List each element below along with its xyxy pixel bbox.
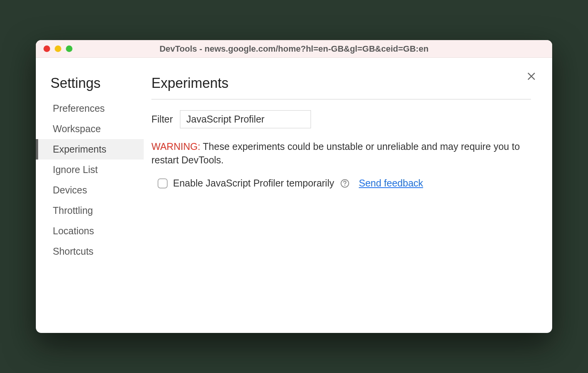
sidebar-item-locations[interactable]: Locations (36, 221, 144, 241)
sidebar-items: Preferences Workspace Experiments Ignore… (36, 98, 144, 262)
window-minimize-dot[interactable] (55, 45, 61, 52)
sidebar-item-label: Ignore List (53, 164, 98, 175)
sidebar-item-devices[interactable]: Devices (36, 180, 144, 200)
sidebar-item-label: Preferences (53, 103, 105, 114)
content-area: Settings Preferences Workspace Experimen… (36, 58, 552, 333)
send-feedback-link[interactable]: Send feedback (359, 178, 423, 189)
svg-point-3 (344, 185, 345, 185)
close-icon (526, 71, 536, 81)
sidebar-item-label: Devices (53, 185, 87, 195)
traffic-lights (44, 45, 72, 52)
filter-input[interactable] (180, 110, 311, 128)
experiment-checkbox[interactable] (158, 178, 168, 188)
filter-row: Filter (151, 110, 531, 128)
window-titlebar: DevTools - news.google.com/home?hl=en-GB… (36, 40, 552, 58)
sidebar-title: Settings (36, 75, 144, 98)
warning-text: WARNING: These experiments could be unst… (151, 140, 531, 167)
experiment-label: Enable JavaScript Profiler temporarily (173, 178, 334, 189)
sidebar-item-label: Shortcuts (53, 246, 94, 257)
warning-body: These experiments could be unstable or u… (151, 141, 520, 165)
main-panel: Experiments Filter WARNING: These experi… (144, 58, 552, 333)
sidebar-item-preferences[interactable]: Preferences (36, 98, 144, 119)
window-close-dot[interactable] (44, 45, 50, 52)
sidebar-item-throttling[interactable]: Throttling (36, 200, 144, 221)
experiment-row: Enable JavaScript Profiler temporarily S… (151, 178, 531, 189)
sidebar-item-shortcuts[interactable]: Shortcuts (36, 241, 144, 262)
sidebar-item-experiments[interactable]: Experiments (36, 139, 144, 160)
sidebar-item-label: Locations (53, 225, 94, 236)
help-icon[interactable] (340, 179, 349, 188)
sidebar-item-ignore-list[interactable]: Ignore List (36, 160, 144, 180)
close-button[interactable] (524, 69, 538, 83)
devtools-settings-window: DevTools - news.google.com/home?hl=en-GB… (36, 40, 552, 333)
window-title: DevTools - news.google.com/home?hl=en-GB… (36, 44, 552, 54)
sidebar-item-label: Workspace (53, 123, 101, 134)
sidebar-item-workspace[interactable]: Workspace (36, 119, 144, 139)
sidebar-item-label: Experiments (53, 144, 106, 155)
filter-label: Filter (151, 114, 173, 125)
warning-prefix: WARNING: (151, 141, 200, 152)
settings-sidebar: Settings Preferences Workspace Experimen… (36, 58, 144, 333)
window-maximize-dot[interactable] (66, 45, 72, 52)
panel-title: Experiments (151, 75, 531, 99)
sidebar-item-label: Throttling (53, 205, 93, 216)
